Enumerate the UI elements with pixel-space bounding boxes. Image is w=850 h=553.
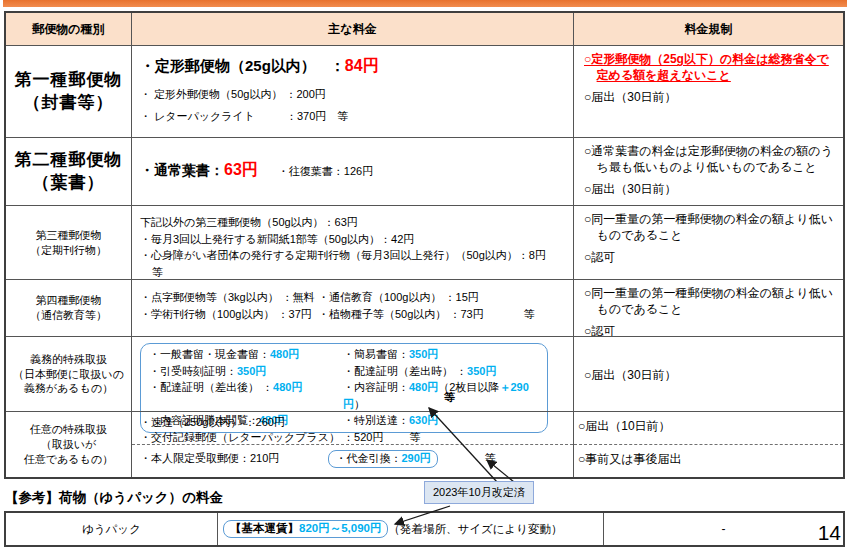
row-4-fees: ・点字郵便物等（3kg以内） ：無料・通信教育（100g以内） ：15円 ・学術…: [131, 279, 573, 336]
row-3-category: 第三種郵便物 （定期刊行物）: [6, 205, 131, 279]
regulation-item: -: [722, 522, 726, 536]
fee-label: ・ レターパックライト: [140, 108, 286, 125]
fee-item: 下記以外の第三種郵便物（50g以内）：63円: [140, 214, 567, 231]
category-line: 義務があるもの）: [24, 381, 113, 396]
regulation-item: ○同一重量の第一種郵便物の料金の額より低いものであること: [584, 212, 837, 243]
fee-label: ・代金引換：: [335, 452, 401, 464]
row-5-fees: ・一般書留・現金書留：480円 ・簡易書留：350円 ・引受時刻証明：350円 …: [131, 336, 573, 411]
fee-item-primary: ・定形郵便物（25g以内）：84円: [140, 54, 567, 78]
fee-item-primary: ・通常葉書：63円 ・往復葉書：126円: [140, 158, 567, 182]
category-line: （日本郵便に取扱いの: [13, 367, 124, 382]
fee-item: ・ 定形外郵便物（50g以内） ：200円: [140, 86, 567, 103]
row-6-category: 任意の特殊取扱 （取扱いが 任意であるもの）: [6, 411, 131, 477]
fee-text: ・学術刊行物（100g以内） ：37円: [140, 306, 318, 323]
slide: 郵便物の種別 主な料金 料金規制 第一種郵便物 （封書等） ・定形郵便物（25g…: [0, 0, 850, 553]
row-1-category: 第一種郵便物 （封書等）: [6, 45, 131, 137]
fee-item: ・毎月3回以上発行する新聞紙1部等（50g以内）：42円: [140, 231, 567, 248]
revised-price-box: ・代金引換：290円: [328, 450, 437, 468]
fee-text: 下記以外の第三種郵便物（50g以内）：63円: [140, 216, 358, 228]
optional-handling-bottom-fees: ・本人限定受取郵便：210円 ・代金引換：290円 等: [132, 445, 573, 468]
regulation-item: ○届出（30日前）: [584, 90, 837, 106]
category-line: 任意であるもの）: [24, 452, 113, 467]
category-line: ゆうパック: [82, 522, 141, 537]
fee-text: ・速達（250g以内） ：260円: [140, 416, 285, 428]
fee-item: ・配達証明（差出後） ：480円: [149, 379, 339, 412]
fee-label-text: ・通常葉書：: [140, 162, 224, 178]
category-line: 第二種郵便物: [15, 149, 123, 172]
fee-price-revised: 820円～5,090円: [299, 522, 381, 534]
row-5-category: 義務的特殊取扱 （日本郵便に取扱いの 義務があるもの）: [6, 336, 131, 411]
fee-price-revised: 480円: [273, 381, 302, 393]
category-line: 第三種郵便物: [36, 228, 102, 243]
row-1-fees: ・定形郵便物（25g以内）：84円 ・ 定形外郵便物（50g以内） ：200円 …: [131, 45, 573, 137]
regulation-item: ○同一重量の第一種郵便物の料金の額より低いものであること: [584, 286, 837, 317]
postal-rates-table: 郵便物の種別 主な料金 料金規制 第一種郵便物 （封書等） ・定形郵便物（25g…: [4, 11, 845, 479]
header-label: 郵便物の種別: [32, 21, 104, 38]
fee-note: ）: [354, 398, 365, 410]
row-2-category: 第二種郵便物 （葉書）: [6, 137, 131, 205]
fee-item: ・引受時刻証明：350円: [149, 363, 339, 380]
fee-price-revised: 350円: [409, 348, 438, 360]
row-3-fees: 下記以外の第三種郵便物（50g以内）：63円 ・毎月3回以上発行する新聞紙1部等…: [131, 205, 573, 279]
fee-colon: ：: [330, 57, 345, 74]
row-2-fees: ・通常葉書：63円 ・往復葉書：126円: [131, 137, 573, 205]
fee-etc: 等: [524, 308, 535, 320]
fee-item: ・内容証明：480円（2枚目以降＋290円）: [343, 379, 539, 412]
fee-item: ・心身障がい者団体の発行する定期刊行物（毎月3回以上発行）（50g以内）：8円等: [140, 247, 567, 280]
regulation-item: ○通常葉書の料金は定形郵便物の料金の額のうち最も低いものより低いものであること: [584, 144, 837, 175]
fee-text: ・本人限定受取郵便：210円: [140, 452, 279, 464]
fee-text: ・心身障がい者団体の発行する定期刊行物（毎月3回以上発行）（50g以内）：8円: [140, 249, 546, 261]
optional-handling-top-fees: ・速達（250g以内） ：260円 ・交付記録郵便（レターパックプラス） ：52…: [132, 412, 573, 445]
fee-price-revised: 350円: [467, 365, 496, 377]
regulation-item-highlight: ○定形郵便物（25g以下）の料金は総務省令で定める額を超えないこと: [584, 52, 837, 83]
regulation-item: ○届出（30日前）: [584, 368, 677, 384]
fee-item: ・学術刊行物（100g以内） ：37円・植物種子等（50g以内） ：73円等: [140, 306, 567, 323]
fee-label: ・通常葉書：63円: [140, 158, 258, 182]
fee-label: ・引受時刻証明：: [149, 365, 237, 377]
category-line: 任意の特殊取扱: [30, 422, 107, 437]
regulation-item: ○届出（10日前）: [578, 419, 671, 433]
fee-price-revised: 480円: [409, 381, 438, 393]
row-3-regulation: ○同一重量の第一種郵便物の料金の額より低いものであること ○認可: [573, 205, 843, 279]
fee-label: ・一般書留・現金書留：: [149, 348, 270, 360]
fee-etc: 等: [444, 389, 455, 406]
parcel-regulation: -: [603, 513, 843, 545]
fee-text: ・往復葉書：126円: [278, 163, 373, 180]
header-label: 主な料金: [328, 21, 376, 38]
fee-price-highlight: 84円: [345, 57, 379, 74]
parcel-category: ゆうパック: [6, 513, 217, 545]
column-header-regulation: 料金規制: [573, 13, 843, 45]
regulation-top: ○届出（10日前）: [574, 412, 843, 445]
fee-etc: 等: [485, 452, 496, 464]
fee-item: ・一般書留・現金書留：480円: [149, 346, 339, 363]
category-line: （封書等）: [24, 92, 114, 115]
revision-callout: 2023年10月改定済: [424, 481, 534, 504]
fee-text: ・通信教育（100g以内） ：15円: [318, 291, 479, 303]
page-number: 14: [818, 521, 841, 545]
row-4-category: 第四種郵便物 （通信教育等）: [6, 279, 131, 336]
revised-price-box: 【基本運賃】820円～5,090円: [223, 520, 388, 538]
fee-label: ・簡易書留：: [343, 348, 409, 360]
category-line: （定期刊行物）: [30, 243, 107, 258]
row-6-regulation: ○届出（10日前） ○事前又は事後届出: [573, 411, 843, 477]
fee-label: ・内容証明：: [343, 381, 409, 393]
regulation-item: ○事前又は事後届出: [578, 452, 682, 466]
fee-item: ・配達証明（差出時） ：350円: [343, 363, 539, 380]
fee-item: ・速達（250g以内） ：260円: [140, 415, 567, 430]
fee-item: ・ レターパックライト：370円 等: [140, 108, 567, 125]
regulation-bottom: ○事前又は事後届出: [574, 445, 843, 468]
fee-etc: 等: [152, 266, 163, 278]
category-line: 第一種郵便物: [15, 69, 123, 92]
fee-text: ・毎月3回以上発行する新聞紙1部等（50g以内）：42円: [140, 233, 414, 245]
parcel-table: ゆうパック 【基本運賃】820円～5,090円 （発着場所、サイズにより変動） …: [4, 511, 845, 547]
category-line: （取扱いが: [41, 437, 97, 452]
row-2-regulation: ○通常葉書の料金は定形郵便物の料金の額のうち最も低いものより低いものであること …: [573, 137, 843, 205]
fee-price-highlight: 63円: [224, 161, 258, 178]
column-header-type: 郵便物の種別: [6, 13, 131, 45]
fee-note: （発着場所、サイズにより変動）: [388, 522, 562, 537]
fee-item: ・交付記録郵便（レターパックプラス） ：520円等: [140, 430, 567, 445]
column-header-fees: 主な料金: [131, 13, 573, 45]
fee-value: ：370円 等: [286, 110, 348, 122]
regulation-item: ○認可: [584, 250, 837, 266]
fee-text: ・植物種子等（50g以内） ：73円: [318, 308, 484, 320]
